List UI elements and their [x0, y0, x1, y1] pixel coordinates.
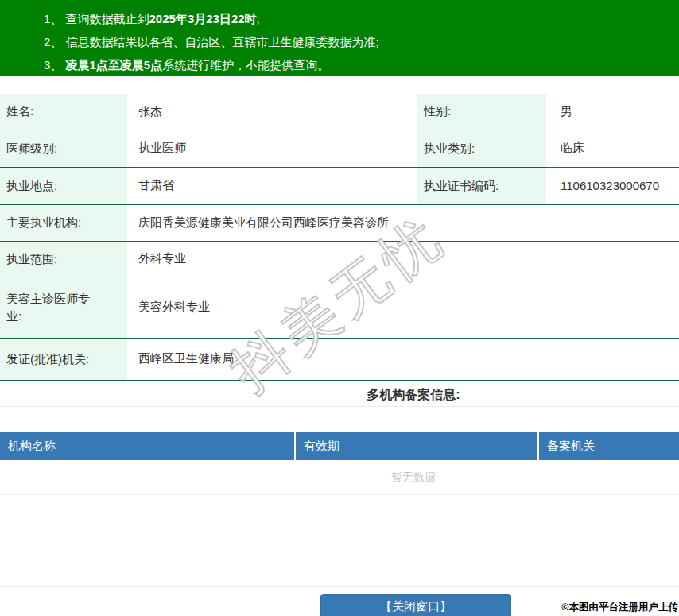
notice-1-post: ;	[257, 12, 260, 25]
multi-org-table-header: 机构名称 有效期 备案机关	[0, 432, 679, 460]
copyright-stamp: ©本图由平台注册用户上传	[561, 601, 678, 614]
notice-banner: 1、 查询数据截止到2025年3月23日22时; 2、 信息数据结果以各省、自治…	[0, 0, 679, 76]
empty-data-text: 暂无数据	[0, 460, 679, 495]
issuer-label: 发证(批准)机关:	[0, 338, 127, 380]
main-org-value: 庆阳香美源健康美业有限公司西峰医疗美容诊所	[127, 204, 679, 241]
gender-label: 性别:	[417, 94, 546, 130]
table-row: 执业地点: 甘肃省 执业证书编码: 110610323000670	[0, 167, 679, 204]
notice-2-text: 2、 信息数据结果以各省、自治区、直辖市卫生健康委数据为准;	[44, 35, 379, 48]
notice-3-text: 3、	[44, 58, 66, 72]
notice-3-bold: 凌晨1点至凌晨5点	[66, 58, 163, 72]
notice-1-text: 1、 查询数据截止到	[44, 12, 149, 25]
doctor-info-table: 姓名: 张杰 性别: 男 医师级别: 执业医师 执业类别: 临床 执业地点: 甘…	[0, 94, 679, 381]
table-row: 发证(批准)机关: 西峰区卫生健康局	[0, 338, 679, 380]
level-label: 医师级别:	[0, 130, 127, 167]
issuer-value: 西峰区卫生健康局	[127, 338, 679, 380]
cert-number-label: 执业证书编码:	[417, 167, 546, 204]
column-header-filing-authority: 备案机关	[537, 432, 679, 460]
multi-org-heading: 多机构备案信息:	[0, 387, 679, 403]
cosmetic-specialty-label: 美容主诊医师专业:	[0, 277, 127, 338]
divider	[0, 406, 679, 407]
name-value: 张杰	[127, 94, 417, 130]
cert-number-value: 110610323000670	[546, 167, 679, 204]
main-org-label: 主要执业机构:	[0, 204, 127, 241]
close-window-button[interactable]: 【关闭窗口】	[320, 594, 511, 616]
name-label: 姓名:	[0, 94, 127, 130]
divider	[0, 586, 679, 587]
column-header-validity: 有效期	[294, 432, 537, 460]
level-value: 执业医师	[127, 130, 417, 167]
notice-line-2: 2、 信息数据结果以各省、自治区、直辖市卫生健康委数据为准;	[44, 30, 671, 53]
notice-line-3: 3、 凌晨1点至凌晨5点系统进行维护，不能提供查询。	[44, 53, 671, 76]
cosmetic-specialty-value: 美容外科专业	[127, 277, 679, 338]
table-row: 姓名: 张杰 性别: 男	[0, 94, 679, 130]
notice-3-post: 系统进行维护，不能提供查询。	[162, 58, 329, 72]
category-value: 临床	[546, 130, 679, 167]
location-label: 执业地点:	[0, 167, 127, 204]
column-header-org-name: 机构名称	[0, 432, 294, 460]
notice-1-bold: 2025年3月23日22时	[149, 12, 257, 25]
location-value: 甘肃省	[127, 167, 417, 204]
category-label: 执业类别:	[417, 130, 546, 167]
table-row: 医师级别: 执业医师 执业类别: 临床	[0, 130, 679, 167]
table-row: 执业范围: 外科专业	[0, 241, 679, 277]
notice-line-1: 1、 查询数据截止到2025年3月23日22时;	[44, 7, 671, 30]
scope-label: 执业范围:	[0, 241, 127, 277]
spacer	[0, 495, 679, 586]
table-row: 美容主诊医师专业: 美容外科专业	[0, 277, 679, 338]
scope-value: 外科专业	[127, 241, 679, 277]
table-row: 主要执业机构: 庆阳香美源健康美业有限公司西峰医疗美容诊所	[0, 204, 679, 241]
gender-value: 男	[546, 94, 679, 130]
